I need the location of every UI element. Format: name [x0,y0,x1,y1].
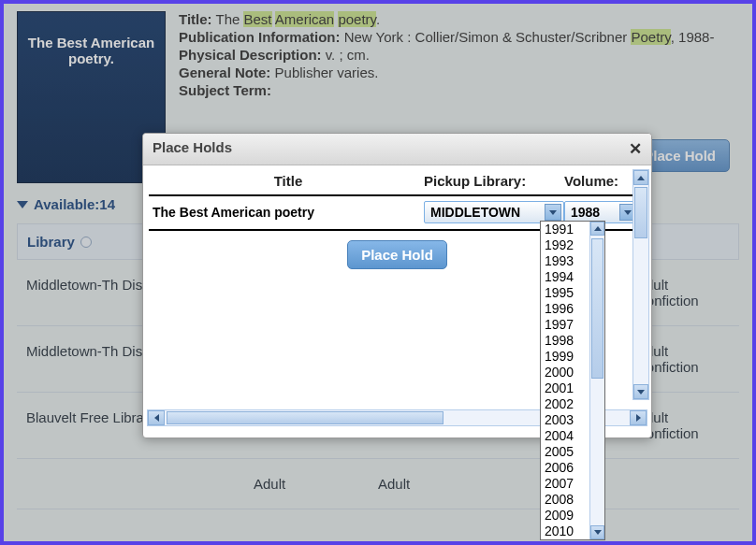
chevron-down-icon [17,201,28,208]
chevron-down-icon [637,390,645,394]
chevron-up-icon [594,226,602,231]
chevron-down-icon [624,210,632,215]
dialog-place-hold-button[interactable]: Place Hold [347,240,447,269]
subject-label: Subject Term: [179,82,271,98]
close-icon[interactable]: ✕ [629,139,642,159]
volume-dropdown-list[interactable]: 1991199219931994199519961997199819992000… [540,221,605,540]
dialog-title: Place Holds [153,139,232,159]
dialog-vertical-scrollbar[interactable] [632,169,649,400]
sort-icon [80,237,92,248]
physdesc-label: Physical Description: [179,47,322,63]
chevron-down-icon [594,530,602,535]
hold-row-title: The Best American poetry [153,205,424,220]
th-pickup: Pickup Library: [424,173,564,189]
table-row: AdultAdult [17,459,739,509]
scrollbar-thumb[interactable] [634,187,647,238]
generalnote-label: General Note: [179,65,270,80]
title-label: Title: [179,11,212,27]
scrollbar-thumb[interactable] [591,238,603,379]
chevron-right-icon [636,414,641,422]
dropdown-scrollbar[interactable] [589,222,604,539]
th-title: Title [153,173,424,189]
scrollbar-thumb[interactable] [167,411,443,424]
chevron-up-icon [637,176,645,180]
pubinfo-label: Publication Information: [179,29,341,45]
chevron-down-icon [549,210,557,215]
chevron-left-icon [154,414,159,422]
th-volume: Volume: [564,173,639,189]
